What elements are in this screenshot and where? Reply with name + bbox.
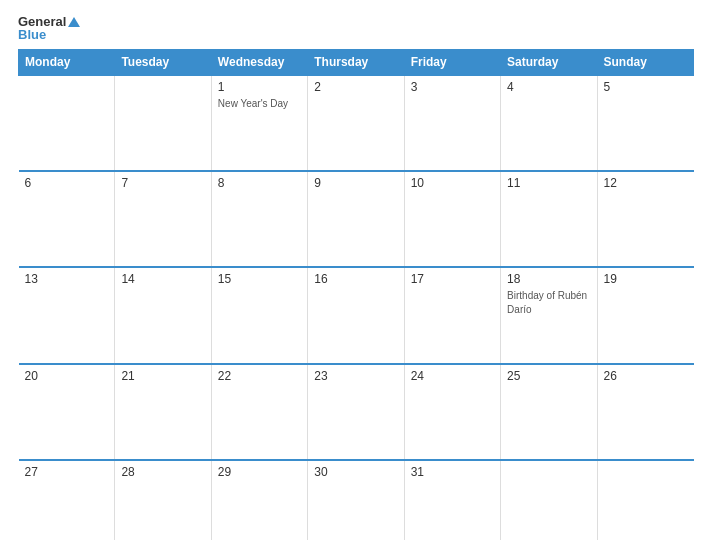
calendar-header-row: MondayTuesdayWednesdayThursdayFridaySatu… — [19, 50, 694, 76]
day-number: 25 — [507, 369, 590, 383]
col-header-thursday: Thursday — [308, 50, 404, 76]
day-number: 20 — [25, 369, 109, 383]
day-cell: 20 — [19, 364, 115, 460]
logo-blue-text: Blue — [18, 28, 80, 41]
day-cell: 27 — [19, 460, 115, 540]
day-cell: 21 — [115, 364, 211, 460]
day-cell: 5 — [597, 75, 693, 171]
header: General Blue — [18, 15, 694, 41]
day-cell: 16 — [308, 267, 404, 363]
day-cell: 28 — [115, 460, 211, 540]
day-number: 21 — [121, 369, 204, 383]
day-cell: 30 — [308, 460, 404, 540]
day-number: 11 — [507, 176, 590, 190]
day-cell: 29 — [211, 460, 307, 540]
day-number: 13 — [25, 272, 109, 286]
day-number: 16 — [314, 272, 397, 286]
day-cell: 15 — [211, 267, 307, 363]
col-header-tuesday: Tuesday — [115, 50, 211, 76]
day-cell: 11 — [501, 171, 597, 267]
day-cell: 10 — [404, 171, 500, 267]
day-number: 14 — [121, 272, 204, 286]
day-number: 30 — [314, 465, 397, 479]
calendar-table: MondayTuesdayWednesdayThursdayFridaySatu… — [18, 49, 694, 540]
day-cell — [115, 75, 211, 171]
day-number: 8 — [218, 176, 301, 190]
day-number: 6 — [25, 176, 109, 190]
day-number: 5 — [604, 80, 688, 94]
col-header-sunday: Sunday — [597, 50, 693, 76]
col-header-monday: Monday — [19, 50, 115, 76]
day-cell: 26 — [597, 364, 693, 460]
day-number: 12 — [604, 176, 688, 190]
day-cell — [597, 460, 693, 540]
day-number: 7 — [121, 176, 204, 190]
day-number: 31 — [411, 465, 494, 479]
day-cell: 6 — [19, 171, 115, 267]
day-number: 1 — [218, 80, 301, 94]
week-row-2: 6789101112 — [19, 171, 694, 267]
day-cell: 12 — [597, 171, 693, 267]
day-cell: 13 — [19, 267, 115, 363]
day-number: 10 — [411, 176, 494, 190]
day-number: 17 — [411, 272, 494, 286]
day-cell: 1New Year's Day — [211, 75, 307, 171]
day-number: 24 — [411, 369, 494, 383]
day-cell: 23 — [308, 364, 404, 460]
calendar-page: General Blue MondayTuesdayWednesdayThurs… — [0, 0, 712, 550]
day-event: New Year's Day — [218, 98, 288, 109]
day-number: 15 — [218, 272, 301, 286]
col-header-friday: Friday — [404, 50, 500, 76]
day-number: 19 — [604, 272, 688, 286]
week-row-4: 20212223242526 — [19, 364, 694, 460]
day-cell: 4 — [501, 75, 597, 171]
day-cell: 8 — [211, 171, 307, 267]
week-row-3: 131415161718Birthday of Rubén Darío19 — [19, 267, 694, 363]
day-cell: 22 — [211, 364, 307, 460]
day-cell: 17 — [404, 267, 500, 363]
day-cell: 2 — [308, 75, 404, 171]
day-number: 3 — [411, 80, 494, 94]
day-cell: 7 — [115, 171, 211, 267]
day-cell — [501, 460, 597, 540]
day-cell: 9 — [308, 171, 404, 267]
day-number: 18 — [507, 272, 590, 286]
day-cell: 25 — [501, 364, 597, 460]
day-cell: 31 — [404, 460, 500, 540]
day-event: Birthday of Rubén Darío — [507, 290, 587, 315]
day-number: 23 — [314, 369, 397, 383]
logo: General Blue — [18, 15, 80, 41]
day-cell: 18Birthday of Rubén Darío — [501, 267, 597, 363]
week-row-5: 2728293031 — [19, 460, 694, 540]
day-cell: 14 — [115, 267, 211, 363]
week-row-1: 1New Year's Day2345 — [19, 75, 694, 171]
day-number: 2 — [314, 80, 397, 94]
day-number: 29 — [218, 465, 301, 479]
day-number: 26 — [604, 369, 688, 383]
day-cell — [19, 75, 115, 171]
col-header-wednesday: Wednesday — [211, 50, 307, 76]
day-cell: 19 — [597, 267, 693, 363]
day-cell: 3 — [404, 75, 500, 171]
day-number: 28 — [121, 465, 204, 479]
day-number: 4 — [507, 80, 590, 94]
day-number: 22 — [218, 369, 301, 383]
day-number: 9 — [314, 176, 397, 190]
logo-triangle-icon — [68, 17, 80, 27]
day-cell: 24 — [404, 364, 500, 460]
col-header-saturday: Saturday — [501, 50, 597, 76]
day-number: 27 — [25, 465, 109, 479]
